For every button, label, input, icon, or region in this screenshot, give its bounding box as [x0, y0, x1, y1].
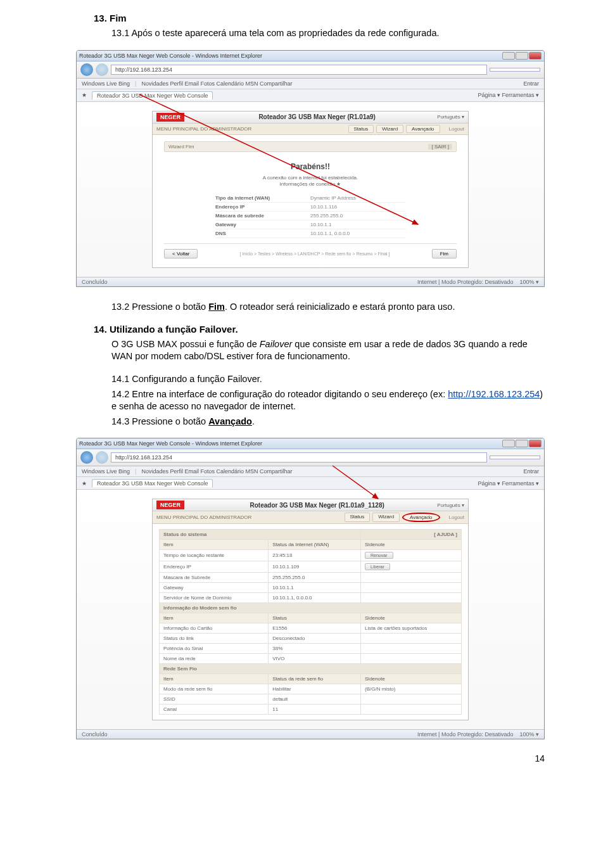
cell: Gateway — [160, 583, 269, 593]
screenshot-status-avancado: Roteador 3G USB Max Neger Web Console - … — [76, 438, 545, 739]
router-title: Roteador 3G USB Max Neger (R1.01a9) — [197, 113, 437, 120]
admin-breadcrumb: MENU PRINCIPAL DO ADMINISTRADOR — [156, 514, 251, 520]
cell: Status do link — [160, 634, 269, 644]
col-note: Sidenote — [361, 540, 462, 550]
t: . O roteador será reinicializado e estar… — [225, 302, 455, 312]
cell: Tempo de locação restante — [160, 550, 269, 561]
favorites-star-icon: ★ — [82, 480, 87, 487]
liberar-button: Liberar — [365, 563, 390, 570]
router-url-link[interactable]: http://192.168.123.254 — [448, 389, 540, 399]
minimize-icon — [502, 440, 515, 447]
wizard-fim-label: Wizard Fim — [168, 144, 194, 150]
tab-avancado: Avançado — [406, 125, 440, 133]
wl-signin: Entrar — [523, 80, 539, 87]
cell: Lista de cartões suportados — [361, 623, 462, 634]
row-v: 255.255.255.0 — [310, 213, 405, 219]
row-k: Tipo da internet (WAN) — [215, 195, 310, 201]
zoom-level: 100% ▾ — [519, 279, 539, 285]
cell: Canal — [160, 705, 269, 715]
logout-link: Logout — [449, 126, 464, 132]
browser-tab: Roteador 3G USB Max Neger Web Console — [92, 479, 213, 487]
t: 14.2 Entre na interface de configuração … — [111, 389, 448, 399]
favorites-star-icon: ★ — [82, 92, 87, 98]
tab-status: Status — [345, 513, 370, 522]
fim-button: Fim — [432, 249, 457, 258]
help-badge: [ AJUDA ] — [361, 530, 462, 540]
row-v: 10.10.1.1 — [310, 222, 405, 227]
t: . — [252, 416, 255, 426]
forward-icon — [96, 451, 108, 464]
maximize-icon — [516, 52, 528, 60]
back-icon — [80, 63, 93, 76]
language-select: Português ▾ — [437, 502, 464, 508]
cell: Máscara de Subrede — [160, 573, 269, 583]
screenshot-wizard-fim: Roteador 3G USB Max Neger Web Console - … — [76, 50, 545, 288]
col-note: Sidenote — [361, 674, 462, 684]
tab-wizard: Wizard — [376, 125, 403, 133]
cell: 11 — [269, 705, 361, 715]
neger-logo: NEGER — [156, 113, 184, 122]
cell: (B/G/N misto) — [361, 684, 462, 694]
page-tools: Página ▾ Ferramentas ▾ — [478, 92, 539, 98]
section14-p2: 14.1 Configurando a função Failover. — [111, 373, 545, 386]
t: O 3G USB MAX possui e função de — [111, 339, 260, 349]
cell: Potência do Sinal — [160, 644, 269, 654]
col-status: Status da rede sem fio — [269, 674, 361, 684]
router-title: Roteador 3G USB Max Neger (R1.01a9_1128) — [197, 502, 437, 509]
wizard-steps-crumb: [ Início > Testes > Wireless > LAN/DHCP … — [203, 252, 426, 256]
window-controls — [502, 440, 542, 447]
window-controls — [502, 52, 542, 60]
tab-avancado-circled: Avançado — [402, 513, 440, 522]
section14-p4: 14.3 Pressione o botão Avançado. — [111, 416, 545, 428]
page-number: 14 — [0, 753, 608, 763]
tab-wizard: Wizard — [372, 513, 400, 522]
congrats-sub2: Informações de conexão ★ — [164, 181, 457, 188]
admin-breadcrumb: MENU PRINCIPAL DO ADMINISTRADOR — [156, 126, 251, 132]
cell: VIVO — [269, 654, 361, 664]
cell: default — [269, 694, 361, 705]
cell: 10.10.1.1, 0.0.0.0 — [269, 593, 361, 603]
maximize-icon — [516, 440, 528, 447]
section14-p1: O 3G USB MAX possui e função de Failover… — [111, 338, 545, 363]
sec2-head: Informação do Modem sem fio — [160, 603, 462, 613]
wl-signin: Entrar — [523, 468, 539, 475]
cell: 10.10.1.109 — [269, 561, 361, 573]
voltar-button: < Voltar — [164, 249, 198, 258]
t: 14.3 Pressione o botão — [111, 416, 208, 426]
close-icon — [529, 52, 542, 60]
col-item: Item — [160, 674, 269, 684]
status-mode: Internet | Modo Protegido: Desativado — [417, 731, 513, 737]
logout-link: Logout — [449, 514, 464, 520]
congrats-sub1: A conexão com a internet foi estabelecid… — [164, 175, 457, 181]
search-box — [490, 456, 540, 459]
col-status: Status da Internet (WAN) — [269, 540, 361, 550]
row-v: Dynamic IP Address — [310, 195, 405, 201]
favorites-label: Windows Live Bing — [82, 468, 130, 475]
ie-title: Roteador 3G USB Max Neger Web Console - … — [79, 440, 262, 447]
cell: Habilitar — [269, 684, 361, 694]
col-status: Status — [269, 613, 361, 623]
wl-menu: Novidades Perfil Email Fotos Calendário … — [141, 468, 292, 475]
ie-title: Roteador 3G USB Max Neger Web Console - … — [79, 53, 262, 59]
back-icon — [80, 451, 93, 464]
cell: 255.255.255.0 — [269, 573, 361, 583]
row-v: 10.10.1.1, 0.0.0.0 — [310, 231, 405, 236]
cell: Servidor de Nome de Domínio — [160, 593, 269, 603]
status-done: Concluído — [82, 279, 108, 285]
row-k: Endereço IP — [215, 204, 310, 210]
cell: Modo da rede sem fio — [160, 684, 269, 694]
close-icon — [529, 440, 542, 447]
status-mode: Internet | Modo Protegido: Desativado — [417, 279, 513, 285]
cell: SSID — [160, 694, 269, 705]
neger-logo: NEGER — [156, 501, 184, 509]
row-v: 10.10.1.116 — [310, 204, 405, 210]
language-select: Português ▾ — [437, 114, 464, 120]
avancado-word: Avançado — [208, 416, 252, 426]
fim-word: Fim — [208, 302, 225, 312]
t: 13.2 Pressione o botão — [111, 302, 208, 312]
sec3-head: Rede Sem Fio — [160, 664, 462, 674]
failover-word: Failover — [260, 339, 293, 349]
tab-status: Status — [348, 125, 374, 133]
cell: E1556 — [269, 623, 361, 634]
sec1-head: Status do sistema — [160, 530, 361, 540]
